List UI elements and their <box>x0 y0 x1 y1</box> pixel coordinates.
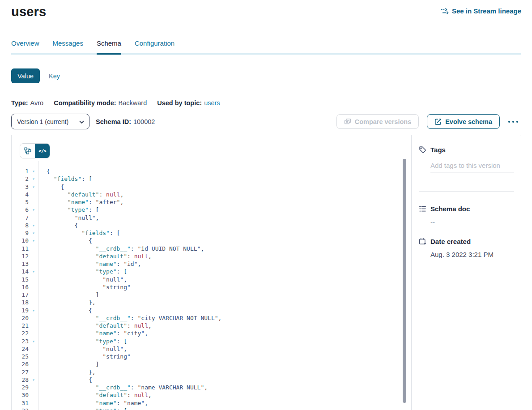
code-line: 13 "name": "id", <box>12 260 411 268</box>
topic-link[interactable]: users <box>204 99 220 107</box>
line-number: 15 <box>12 276 29 283</box>
code-text: "name": "id", <box>38 260 411 268</box>
line-number: 4 <box>12 191 29 198</box>
add-tags-input[interactable] <box>430 161 514 172</box>
sidebar-divider <box>419 191 514 192</box>
used-by-topic: Used by topic:users <box>157 99 220 107</box>
value-key-toggle: Value Key <box>11 68 521 83</box>
code-text: ] <box>38 360 411 368</box>
line-number: 19 <box>12 307 29 314</box>
key-toggle-button[interactable]: Key <box>44 68 64 83</box>
schema-doc-header: Schema doc <box>419 205 514 213</box>
fold-spacer <box>29 368 38 376</box>
evolve-schema-icon <box>434 118 442 125</box>
editor-scrollbar[interactable] <box>403 159 406 410</box>
code-line: 26 ] <box>12 360 411 368</box>
code-text: "name": "name", <box>38 399 411 407</box>
fold-toggle-icon[interactable]: ▾ <box>29 268 38 275</box>
compare-versions-button[interactable]: Compare versions <box>336 114 419 129</box>
line-number: 31 <box>12 399 29 407</box>
line-number: 22 <box>12 329 29 337</box>
fold-toggle-icon[interactable]: ▾ <box>29 167 38 175</box>
fold-toggle-icon[interactable]: ▾ <box>29 337 38 345</box>
code-line: 24 "null", <box>12 345 411 353</box>
line-number: 2 <box>12 175 29 183</box>
line-number: 1 <box>12 167 29 175</box>
schema-doc-section: Schema doc -- <box>419 205 514 226</box>
fold-spacer <box>29 245 38 252</box>
fold-spacer <box>29 299 38 306</box>
code-line: 11 "__crdb__": "id UUID NOT NULL", <box>12 245 411 252</box>
code-view-button[interactable]: </> <box>35 144 50 158</box>
bulleted-list-icon <box>419 205 426 213</box>
tab-overview[interactable]: Overview <box>11 40 39 53</box>
code-text: "default": null, <box>38 322 411 329</box>
fold-spacer <box>29 191 38 198</box>
tab-configuration[interactable]: Configuration <box>135 40 174 53</box>
fold-toggle-icon[interactable]: ▾ <box>29 222 38 229</box>
fold-spacer <box>29 260 38 268</box>
line-number: 27 <box>12 368 29 376</box>
schema-doc-value: -- <box>430 218 514 226</box>
code-line: 22 "name": "city", <box>12 329 411 337</box>
schema-id-label: Schema ID: <box>96 118 131 125</box>
version-select[interactable]: Version 1 (current) <box>11 114 89 129</box>
fold-spacer <box>29 391 38 399</box>
line-number: 9 <box>12 229 29 237</box>
stream-lineage-label: See in Stream lineage <box>452 7 521 15</box>
code-line: 3▾ { <box>12 183 411 191</box>
schema-card: </> 1▾{2▾ "fields": [3▾ {4 "default": nu… <box>11 135 521 410</box>
evolve-schema-button[interactable]: Evolve schema <box>427 114 500 129</box>
code-line: 20 "__crdb__": "city VARCHAR NOT NULL", <box>12 314 411 322</box>
code-text: "string" <box>38 283 411 291</box>
fold-toggle-icon[interactable]: ▾ <box>29 237 38 244</box>
code-line: 6▾ "type": [ <box>12 206 411 214</box>
value-toggle-button[interactable]: Value <box>11 68 40 83</box>
date-created-section: Date created Aug. 3 2022 3:21 PM <box>419 238 514 258</box>
schema-sidebar: Tags Schema doc -- <box>411 135 521 410</box>
code-text: "default": null, <box>38 252 411 260</box>
line-number: 6 <box>12 206 29 214</box>
line-number: 28 <box>12 376 29 384</box>
tab-schema[interactable]: Schema <box>97 40 121 53</box>
line-number: 25 <box>12 353 29 360</box>
fold-spacer <box>29 314 38 322</box>
line-number: 21 <box>12 322 29 329</box>
schema-type-value: Avro <box>30 99 44 107</box>
code-text: "type": [ <box>38 206 411 214</box>
fold-toggle-icon[interactable]: ▾ <box>29 183 38 191</box>
calendar-plus-icon <box>419 238 426 245</box>
code-line: 1▾{ <box>12 167 411 175</box>
fold-spacer <box>29 345 38 353</box>
fold-toggle-icon[interactable]: ▾ <box>29 229 38 237</box>
line-number: 24 <box>12 345 29 353</box>
version-select-input[interactable]: Version 1 (current) <box>11 114 89 129</box>
schema-editor: </> 1▾{2▾ "fields": [3▾ {4 "default": nu… <box>12 135 411 410</box>
line-number: 3 <box>12 183 29 191</box>
fold-toggle-icon[interactable]: ▾ <box>29 407 38 410</box>
fold-toggle-icon[interactable]: ▾ <box>29 175 38 183</box>
line-number: 23 <box>12 337 29 345</box>
fold-toggle-icon[interactable]: ▾ <box>29 206 38 214</box>
tree-view-button[interactable] <box>20 144 35 158</box>
tab-messages[interactable]: Messages <box>53 40 83 53</box>
ellipsis-horizontal-icon <box>508 120 519 123</box>
code-line: 5 "name": "after", <box>12 198 411 206</box>
code-text: "default": null, <box>38 391 411 399</box>
fold-spacer <box>29 198 38 206</box>
fold-spacer <box>29 329 38 337</box>
stream-lineage-link[interactable]: See in Stream lineage <box>441 7 521 15</box>
used-by-topic-label: Used by topic: <box>157 99 202 107</box>
code-text: ] <box>38 291 411 299</box>
scrollbar-thumb[interactable] <box>403 159 406 403</box>
line-number: 20 <box>12 314 29 322</box>
code-line: 12 "default": null, <box>12 252 411 260</box>
code-line: 18 }, <box>12 299 411 306</box>
code-lines: 1▾{2▾ "fields": [3▾ {4 "default": null,5… <box>12 167 411 410</box>
line-number: 29 <box>12 384 29 391</box>
fold-toggle-icon[interactable]: ▾ <box>29 376 38 384</box>
code-text: "type": [ <box>38 337 411 345</box>
more-options-button[interactable] <box>505 119 521 125</box>
fold-toggle-icon[interactable]: ▾ <box>29 307 38 314</box>
stream-lineage-icon <box>441 8 449 15</box>
